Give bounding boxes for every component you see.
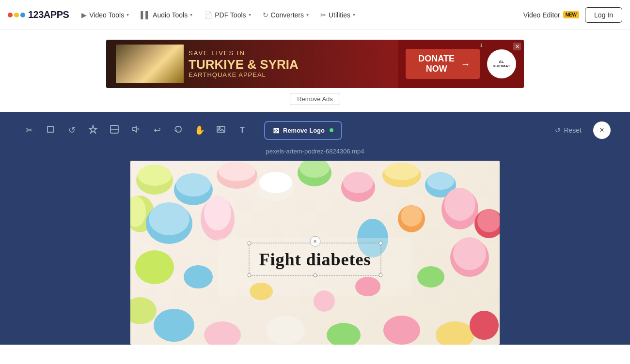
login-button[interactable]: Log In <box>585 7 622 23</box>
add-image-tool-button[interactable] <box>211 121 231 140</box>
ad-title: TURKIYE & SYRIA <box>189 58 299 72</box>
video-canvas: × Fight diabetes <box>130 161 500 345</box>
nav-item-video-tools[interactable]: ▶ Video Tools ▾ <box>77 8 134 22</box>
svg-point-29 <box>401 205 422 227</box>
hand-icon: ✋ <box>194 125 205 136</box>
svg-point-21 <box>427 172 454 190</box>
text-overlay-wrapper[interactable]: × Fight diabetes <box>249 243 381 276</box>
dot-blue <box>20 13 25 17</box>
logo-dots <box>8 13 25 17</box>
brightness-tool-button[interactable] <box>83 121 103 140</box>
svg-point-47 <box>184 265 213 288</box>
active-dot <box>330 128 333 132</box>
add-image-icon <box>216 124 226 136</box>
nav-item-audio-tools[interactable]: ▌▌ Audio Tools ▾ <box>136 8 197 22</box>
editor-section: ✂ ↺ <box>0 112 630 345</box>
svg-point-40 <box>204 321 241 345</box>
svg-point-44 <box>436 321 474 345</box>
audio-icon: ▌▌ <box>141 11 150 19</box>
volume-tool-button[interactable] <box>126 121 145 140</box>
resize-handle-tl[interactable] <box>247 242 251 245</box>
new-badge: NEW <box>563 11 579 18</box>
video-editor-link[interactable]: Video Editor NEW <box>523 11 579 19</box>
remove-logo-button[interactable]: ⊠ Remove Logo <box>264 121 342 140</box>
rotate-icon: ↺ <box>68 125 76 136</box>
ad-section: SAVE LIVES IN TURKIYE & SYRIA EARTHQUAKE… <box>0 30 630 112</box>
svg-point-38 <box>130 297 157 324</box>
donate-button[interactable]: DONATE NOW → <box>406 49 480 79</box>
svg-point-41 <box>266 316 305 345</box>
ad-info-icon[interactable]: ℹ <box>480 43 482 48</box>
svg-point-45 <box>470 311 499 340</box>
video-icon: ▶ <box>81 11 87 19</box>
reset-label: Reset <box>564 126 582 134</box>
overlay-text[interactable]: Fight diabetes <box>259 249 371 270</box>
pdf-icon: 📄 <box>204 11 212 19</box>
add-text-tool-button[interactable]: T <box>233 121 252 140</box>
nav-item-pdf-tools[interactable]: 📄 PDF Tools ▾ <box>199 8 255 22</box>
ad-banner: SAVE LIVES IN TURKIYE & SYRIA EARTHQUAKE… <box>106 40 524 88</box>
brightness-icon <box>88 124 98 136</box>
svg-point-32 <box>135 250 174 284</box>
svg-point-27 <box>204 196 231 230</box>
text-overlay-box[interactable]: Fight diabetes <box>249 243 381 276</box>
grab-tool-button[interactable]: ✋ <box>190 121 209 140</box>
svg-point-9 <box>176 173 211 197</box>
svg-point-37 <box>477 209 500 232</box>
remove-ads-button[interactable]: Remove Ads <box>290 93 340 105</box>
ad-close-button[interactable]: ✕ <box>513 43 521 50</box>
svg-point-7 <box>138 165 172 186</box>
trim-tool-button[interactable] <box>105 121 124 140</box>
converters-icon: ↻ <box>263 11 268 19</box>
remove-logo-label: Remove Logo <box>283 127 325 134</box>
svg-point-19 <box>384 163 419 180</box>
canvas-background: × Fight diabetes <box>130 161 500 345</box>
logo[interactable]: 123APPS <box>8 9 69 20</box>
svg-point-42 <box>327 323 361 345</box>
loop-tool-button[interactable] <box>169 121 188 140</box>
reset-button[interactable]: ↺ Reset <box>549 122 587 138</box>
volume-icon <box>131 124 141 136</box>
chevron-down-icon: ▾ <box>126 12 129 17</box>
ad-right: DONATE NOW → ALKHIDMAT <box>398 40 524 88</box>
svg-point-17 <box>343 172 373 193</box>
svg-point-39 <box>154 309 194 342</box>
nav-item-converters[interactable]: ↻ Converters ▾ <box>258 8 314 22</box>
ad-org-logo: ALKHIDMAT <box>487 49 516 78</box>
reset-icon: ↺ <box>555 126 561 134</box>
nav-label-video-tools: Video Tools <box>89 11 124 19</box>
close-editor-button[interactable]: × <box>593 121 611 139</box>
dot-yellow <box>14 13 19 17</box>
resize-handle-br[interactable] <box>379 273 383 277</box>
nav-label-pdf-tools: PDF Tools <box>215 11 246 19</box>
svg-point-11 <box>219 162 255 181</box>
svg-point-48 <box>417 266 444 288</box>
scissors-icon: ✂ <box>26 125 33 136</box>
svg-marker-0 <box>89 125 97 133</box>
close-icon: × <box>599 126 604 135</box>
resize-handle-bl[interactable] <box>247 273 251 277</box>
utilities-icon: ✂ <box>320 11 326 19</box>
resize-handle-bm[interactable] <box>313 273 317 277</box>
flip-icon: ↩ <box>154 125 161 136</box>
svg-point-49 <box>314 290 335 312</box>
remove-logo-icon: ⊠ <box>273 126 279 135</box>
chevron-down-icon: ▾ <box>353 12 355 17</box>
flip-tool-button[interactable]: ↩ <box>147 121 167 140</box>
ad-image <box>116 45 184 83</box>
chevron-down-icon: ▾ <box>190 12 192 17</box>
text-icon: T <box>240 126 245 135</box>
resize-handle-tr[interactable] <box>379 242 383 245</box>
svg-point-25 <box>149 202 189 235</box>
nav-item-utilities[interactable]: ✂ Utilities ▾ <box>315 8 360 22</box>
navbar: 123APPS ▶ Video Tools ▾ ▌▌ Audio Tools ▾… <box>0 0 630 30</box>
text-overlay-close-button[interactable]: × <box>310 236 320 247</box>
chevron-down-icon: ▾ <box>306 12 309 17</box>
file-name: pexels-artem-podrez-6824306.mp4 <box>266 148 364 155</box>
logo-text: 123APPS <box>28 9 69 20</box>
close-text-icon: × <box>313 238 316 245</box>
rotate-tool-button[interactable]: ↺ <box>62 121 81 140</box>
crop-tool-button[interactable] <box>41 121 60 140</box>
cut-tool-button[interactable]: ✂ <box>19 121 39 140</box>
svg-point-50 <box>250 283 273 300</box>
